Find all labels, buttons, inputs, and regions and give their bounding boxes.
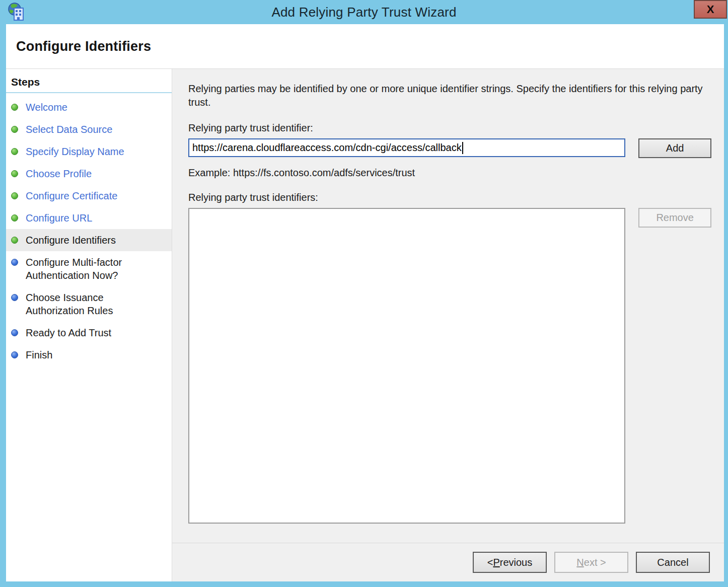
page-title: Configure Identifiers bbox=[16, 39, 151, 54]
step-item: Choose Issuance Authorization Rules bbox=[6, 286, 172, 322]
close-icon: X bbox=[707, 4, 714, 15]
steps-list: WelcomeSelect Data SourceSpecify Display… bbox=[6, 96, 172, 366]
step-item: Configure Multi-factor Authentication No… bbox=[6, 251, 172, 286]
remove-button[interactable]: Remove bbox=[638, 208, 711, 228]
main-panel: Relying parties may be identified by one… bbox=[172, 69, 724, 581]
step-item[interactable]: Select Data Source bbox=[6, 118, 172, 140]
step-label: Welcome bbox=[26, 101, 67, 114]
intro-text: Relying parties may be identified by one… bbox=[188, 82, 707, 109]
step-completed-dot-icon bbox=[11, 148, 18, 155]
identifiers-list-label: Relying party trust identifiers: bbox=[188, 192, 711, 203]
wizard-frame: Configure Identifiers Steps WelcomeSelec… bbox=[6, 24, 724, 581]
step-completed-dot-icon bbox=[11, 214, 18, 222]
step-completed-dot-icon bbox=[11, 126, 18, 133]
step-pending-dot-icon bbox=[11, 351, 18, 358]
footer-bar: < Previous Next > Cancel bbox=[172, 543, 724, 581]
step-pending-dot-icon bbox=[11, 294, 18, 301]
step-label: Choose Issuance Authorization Rules bbox=[26, 291, 163, 317]
step-completed-dot-icon bbox=[11, 104, 18, 111]
step-item: Ready to Add Trust bbox=[6, 322, 172, 344]
step-completed-dot-icon bbox=[11, 170, 18, 177]
identifier-input-value: https://carena.cloudflareaccess.com/cdn-… bbox=[192, 142, 462, 154]
step-label: Configure URL bbox=[26, 211, 92, 225]
step-pending-dot-icon bbox=[11, 259, 18, 266]
step-completed-dot-icon bbox=[11, 192, 18, 199]
add-button[interactable]: Add bbox=[638, 138, 711, 158]
step-label: Finish bbox=[26, 348, 52, 361]
close-button[interactable]: X bbox=[694, 0, 727, 19]
identifier-input[interactable]: https://carena.cloudflareaccess.com/cdn-… bbox=[188, 138, 625, 157]
previous-button[interactable]: < Previous bbox=[473, 552, 547, 573]
step-item[interactable]: Choose Profile bbox=[6, 163, 172, 185]
step-label: Select Data Source bbox=[26, 123, 112, 136]
step-label: Ready to Add Trust bbox=[26, 326, 111, 339]
step-item[interactable]: Configure URL bbox=[6, 207, 172, 229]
wizard-window: Add Relying Party Trust Wizard X Configu… bbox=[0, 0, 728, 587]
step-completed-dot-icon bbox=[11, 237, 18, 244]
text-caret bbox=[462, 142, 463, 154]
step-label: Choose Profile bbox=[26, 167, 92, 180]
next-button[interactable]: Next > bbox=[554, 552, 628, 573]
steps-sidebar: Steps WelcomeSelect Data SourceSpecify D… bbox=[6, 69, 172, 581]
step-item: Configure Identifiers bbox=[6, 229, 172, 251]
step-item[interactable]: Specify Display Name bbox=[6, 140, 172, 163]
step-label: Specify Display Name bbox=[26, 145, 124, 158]
step-item[interactable]: Configure Certificate bbox=[6, 185, 172, 207]
example-text: Example: https://fs.contoso.com/adfs/ser… bbox=[188, 167, 711, 179]
step-label: Configure Certificate bbox=[26, 189, 117, 202]
identifiers-listbox[interactable] bbox=[188, 208, 625, 524]
titlebar[interactable]: Add Relying Party Trust Wizard X bbox=[0, 0, 728, 24]
window-title: Add Relying Party Trust Wizard bbox=[0, 5, 728, 20]
steps-heading: Steps bbox=[6, 74, 172, 93]
step-label: Configure Identifiers bbox=[26, 234, 116, 247]
cancel-button[interactable]: Cancel bbox=[636, 552, 710, 573]
identifier-field-label: Relying party trust identifier: bbox=[188, 122, 711, 134]
step-pending-dot-icon bbox=[11, 329, 18, 336]
step-item[interactable]: Welcome bbox=[6, 96, 172, 118]
page-header: Configure Identifiers bbox=[6, 24, 724, 69]
step-label: Configure Multi-factor Authentication No… bbox=[26, 256, 163, 282]
step-item: Finish bbox=[6, 344, 172, 366]
